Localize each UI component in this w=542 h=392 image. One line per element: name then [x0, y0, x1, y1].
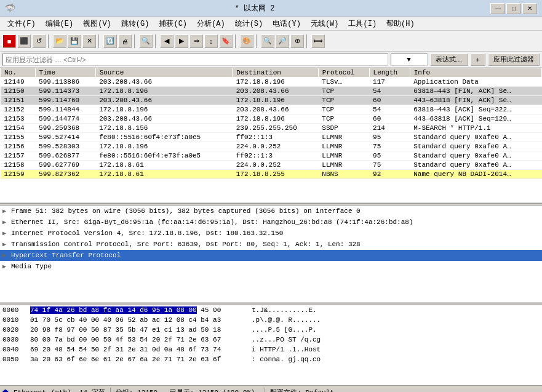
menu-item-V[interactable]: 视图(V) — [78, 17, 116, 30]
menu-item-F[interactable]: 文件(F) — [2, 17, 41, 30]
cell-destination: 172.18.8.196 — [233, 114, 319, 124]
zoom-reset-button[interactable]: ⊕ — [290, 34, 304, 48]
stop-capture-button[interactable]: ⬛ — [17, 34, 31, 48]
hex-offset: 0030 — [2, 336, 30, 343]
cell-protocol: LLMNR — [318, 142, 369, 151]
cell-no: 12149 — [1, 78, 36, 87]
resize-cols-button[interactable]: ⟺ — [311, 34, 325, 48]
cell-source: 172.18.8.61 — [95, 170, 233, 179]
cell-time: 599.528303 — [35, 142, 95, 151]
add-expression-button[interactable]: + — [471, 54, 485, 66]
col-header-time[interactable]: Time — [35, 68, 95, 78]
hex-normal: 45 00 — [197, 306, 221, 314]
cell-time: 599.114844 — [35, 105, 95, 114]
detail-text: Media Type — [11, 263, 52, 270]
toolbar: ■ ⬛ ↺ 📂 💾 ✕ 🔃 🖨 🔍 ◀ ▶ ⇒ ↕ 🔖 🎨 🔍 🔎 ⊕ ⟺ — [0, 31, 542, 52]
cell-protocol: TCP — [318, 105, 369, 114]
detail-item[interactable]: ▶Internet Protocol Version 4, Src: 172.1… — [0, 228, 542, 239]
col-header-destination[interactable]: Destination — [233, 68, 319, 78]
detail-item[interactable]: ▶Ethernet II, Src: Giga-Byt_d6:95:1a (fc… — [0, 217, 542, 228]
menu-item-I[interactable]: 工具(I) — [343, 17, 381, 30]
hex-highlight: 74 1f 4a 26 bd a8 fc aa 14 d6 95 1a 08 0… — [30, 306, 197, 314]
forward-button[interactable]: ▶ — [175, 34, 188, 48]
table-row[interactable]: 12156599.528303172.18.8.196224.0.0.252LL… — [1, 142, 542, 151]
table-row[interactable]: 12159599.827362172.18.8.61172.18.8.255NB… — [1, 170, 542, 179]
cell-source: 203.208.43.66 — [95, 114, 233, 124]
colorize-button[interactable]: 🎨 — [240, 34, 253, 48]
cell-no: 12159 — [1, 170, 36, 179]
filter-input[interactable] — [2, 54, 388, 66]
hex-pane: 000074 1f 4a 26 bd a8 fc aa 14 d6 95 1a … — [0, 305, 542, 385]
menu-item-S[interactable]: 统计(S) — [230, 17, 268, 30]
find-button[interactable]: 🔍 — [139, 34, 153, 48]
detail-text: Transmission Control Protocol, Src Port:… — [11, 241, 361, 248]
menu-item-E[interactable]: 编辑(E) — [41, 17, 79, 30]
close-button[interactable]: ✕ — [522, 3, 537, 14]
cell-info: Standard query 0xafe0 A… — [410, 161, 541, 170]
table-row[interactable]: 12158599.627769172.18.8.61224.0.0.252LLM… — [1, 161, 542, 170]
menu-item-G[interactable]: 跳转(G) — [116, 17, 154, 30]
cell-protocol: LLMNR — [318, 133, 369, 142]
save-file-button[interactable]: 💾 — [68, 34, 81, 48]
apply-filter-button[interactable]: 应用此过滤器 — [488, 54, 540, 66]
minimize-button[interactable]: — — [490, 3, 505, 14]
print-button[interactable]: 🖨 — [118, 34, 132, 48]
menu-item-C[interactable]: 捕获(C) — [154, 17, 192, 30]
col-header-source[interactable]: Source — [95, 68, 233, 78]
zoom-out-button[interactable]: 🔎 — [276, 34, 289, 48]
detail-text: Ethernet II, Src: Giga-Byt_d6:95:1a (fc:… — [11, 218, 413, 226]
col-header-no[interactable]: No. — [1, 68, 36, 78]
hex-row: 003080 00 7a bd 00 00 50 4f 53 54 20 2f … — [0, 335, 542, 345]
app-icon: 🦈 — [5, 3, 15, 14]
close-file-button[interactable]: ✕ — [82, 34, 96, 48]
table-row[interactable]: 12151599.114760203.208.43.66172.18.8.196… — [1, 96, 542, 105]
col-header-protocol[interactable]: Protocol — [318, 68, 369, 78]
cell-source: 172.18.8.196 — [95, 142, 233, 151]
hex-offset: 0000 — [2, 306, 30, 314]
hex-bytes: 01 70 5c cb 40 00 40 06 52 ab ac 12 08 c… — [30, 316, 252, 324]
ethernet-sublabel: (eth), 14 字节 — [51, 388, 105, 392]
expand-icon: ▶ — [2, 207, 11, 215]
maximize-button[interactable]: □ — [506, 3, 521, 14]
cell-protocol: SSDP — [318, 124, 369, 133]
table-row[interactable]: 12153599.144774203.208.43.66172.18.8.196… — [1, 114, 542, 124]
detail-text: Frame 51: 382 bytes on wire (3056 bits),… — [11, 207, 361, 215]
reload-button[interactable]: 🔃 — [103, 34, 117, 48]
cell-destination: 224.0.0.252 — [233, 142, 319, 151]
table-row[interactable]: 12149599.113886203.208.43.66172.18.8.196… — [1, 78, 542, 87]
go-to-button[interactable]: ⇒ — [189, 34, 203, 48]
hex-row: 004069 20 48 54 54 50 2f 31 2e 31 0d 0a … — [0, 345, 542, 354]
detail-item[interactable]: ▶Media Type — [0, 261, 542, 272]
open-file-button[interactable]: 📂 — [53, 34, 66, 48]
filter-dropdown[interactable]: ▼ — [391, 54, 428, 66]
cell-length: 54 — [369, 105, 410, 114]
menu-item-W[interactable]: 无线(W) — [306, 17, 344, 30]
cell-length: 117 — [369, 78, 410, 87]
table-row[interactable]: 12150599.114373172.18.8.196203.208.43.66… — [1, 87, 542, 96]
scroll-button[interactable]: ↕ — [204, 34, 218, 48]
table-row[interactable]: 12155599.527414fe80::5516:60f4:e73f:a0e5… — [1, 133, 542, 142]
menu-item-H[interactable]: 帮助(H) — [381, 17, 420, 30]
hex-bytes: 20 98 f8 97 00 50 87 35 5b 47 e1 c1 13 a… — [30, 326, 252, 334]
cell-info: M-SEARCH * HTTP/1.1 — [410, 124, 541, 133]
ethernet-label: Ethernet — [14, 389, 46, 393]
back-button[interactable]: ◀ — [160, 34, 173, 48]
bookmark-button[interactable]: 🔖 — [219, 34, 233, 48]
restart-button[interactable]: ↺ — [32, 34, 46, 48]
detail-item[interactable]: ▶Transmission Control Protocol, Src Port… — [0, 239, 542, 250]
detail-item[interactable]: ▶Hypertext Transfer Protocol — [0, 250, 542, 261]
cell-destination: 172.18.8.196 — [233, 96, 319, 105]
menu-item-Y[interactable]: 电话(Y) — [268, 17, 306, 30]
table-row[interactable]: 12154599.259368172.18.8.156239.255.255.2… — [1, 124, 542, 133]
cell-protocol: TCP — [318, 96, 369, 105]
hex-offset: 0010 — [2, 316, 30, 324]
table-row[interactable]: 12157599.626877fe80::5516:60f4:e73f:a0e5… — [1, 151, 542, 161]
zoom-in-button[interactable]: 🔍 — [261, 34, 274, 48]
col-header-length[interactable]: Length — [369, 68, 410, 78]
start-capture-button[interactable]: ■ — [2, 34, 16, 48]
menu-item-A[interactable]: 分析(A) — [192, 17, 230, 30]
table-row[interactable]: 12152599.114844172.18.8.196203.208.43.66… — [1, 105, 542, 114]
detail-item[interactable]: ▶Frame 51: 382 bytes on wire (3056 bits)… — [0, 206, 542, 217]
expression-button[interactable]: 表达式… — [430, 54, 468, 66]
col-header-info[interactable]: Info — [410, 68, 541, 78]
